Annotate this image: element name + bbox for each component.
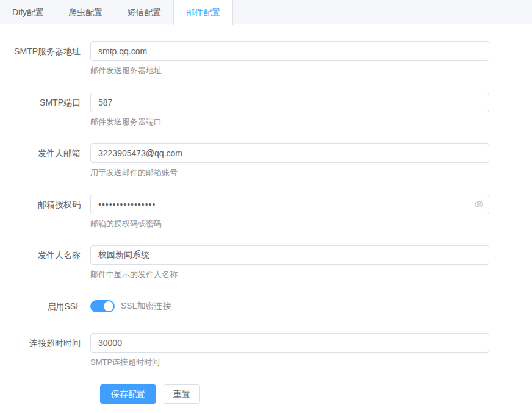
smtp-port-hint: 邮件发送服务器端口 [90,117,489,127]
ssl-switch-label: SSL加密连接 [121,301,171,312]
form-item-smtp-port: SMTP端口 邮件发送服务器端口 [0,93,532,127]
timeout-label: 连接超时时间 [0,333,90,353]
timeout-hint: SMTP连接超时时间 [90,357,489,367]
form-item-smtp-host: SMTP服务器地址 邮件发送服务器地址 [0,41,532,76]
smtp-host-label: SMTP服务器地址 [0,41,90,61]
smtp-host-hint: 邮件发送服务器地址 [90,66,489,76]
auth-code-hint: 邮箱的授权码或密码 [90,219,489,229]
save-config-button[interactable]: 保存配置 [100,384,156,404]
tab-sms-config[interactable]: 短信配置 [115,0,173,24]
sender-email-input[interactable] [90,143,489,163]
tabs-header: Dify配置 爬虫配置 短信配置 邮件配置 [0,0,532,24]
eye-off-icon[interactable] [474,199,484,209]
tab-dify-config[interactable]: Dify配置 [0,0,56,24]
form-item-auth-code: 邮箱授权码 邮箱的授权码或密码 [0,195,532,229]
timeout-input[interactable] [90,333,489,353]
smtp-port-input[interactable] [90,93,489,112]
sender-name-label: 发件人名称 [0,245,90,265]
tab-email-config[interactable]: 邮件配置 [173,0,233,25]
reset-button[interactable]: 重置 [164,384,200,404]
ssl-switch-knob [104,301,113,311]
form-item-sender-email: 发件人邮箱 用于发送邮件的邮箱账号 [0,143,532,178]
form-item-timeout: 连接超时时间 SMTP连接超时时间 [0,333,532,367]
auth-code-input[interactable] [90,195,489,214]
auth-code-label: 邮箱授权码 [0,195,90,214]
ssl-switch[interactable] [90,300,115,312]
sender-name-hint: 邮件中显示的发件人名称 [90,270,489,279]
smtp-port-label: SMTP端口 [0,93,90,112]
form-item-sender-name: 发件人名称 邮件中显示的发件人名称 [0,245,532,279]
sender-email-label: 发件人邮箱 [0,143,90,163]
sender-name-input[interactable] [90,245,489,265]
smtp-host-input[interactable] [90,41,489,61]
form-item-ssl: 启用SSL SSL加密连接 [0,296,532,316]
tab-crawler-config[interactable]: 爬虫配置 [56,0,115,24]
ssl-label: 启用SSL [0,296,90,316]
email-config-form: SMTP服务器地址 邮件发送服务器地址 SMTP端口 邮件发送服务器端口 发件人… [0,24,532,404]
sender-email-hint: 用于发送邮件的邮箱账号 [90,168,489,178]
form-actions: 保存配置 重置 [100,384,532,404]
